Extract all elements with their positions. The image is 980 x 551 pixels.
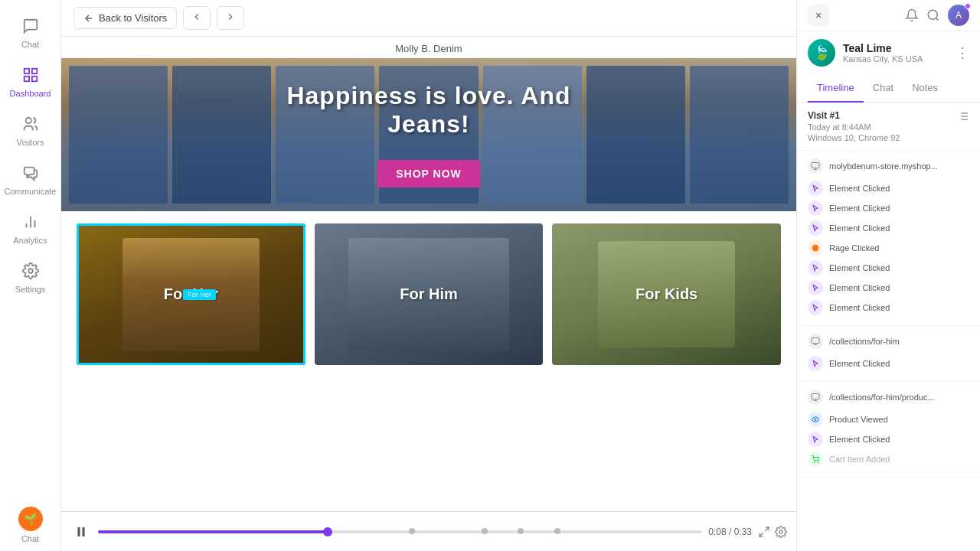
website-preview: Happiness is love. And Jeans! SHOP NOW F… [61, 58, 796, 511]
svg-point-26 [812, 245, 818, 251]
svg-rect-27 [812, 338, 819, 344]
progress-marker-4 [554, 528, 560, 534]
event-2-1: Element Clicked [808, 354, 969, 373]
hover-tag: For Her [183, 289, 216, 300]
settings-icon [20, 260, 41, 282]
svg-rect-2 [31, 77, 36, 81]
time-separator: / [727, 527, 734, 537]
settings-playback-button[interactable] [775, 526, 787, 538]
page-icon-1 [808, 158, 823, 174]
event-1-1: Element Clicked [808, 178, 969, 198]
event-label-1-2: Element Clicked [829, 204, 890, 213]
progress-marker-1 [409, 528, 415, 534]
sidebar-item-analytics[interactable]: Analytics [0, 204, 60, 253]
close-icon: × [815, 9, 822, 21]
filter-button[interactable] [957, 110, 969, 125]
nav-back-button[interactable] [183, 6, 211, 30]
pause-button[interactable] [70, 521, 92, 543]
event-label-1-7: Element Clicked [829, 303, 890, 312]
svg-rect-23 [812, 163, 819, 168]
cursor-icon-2 [808, 201, 823, 216]
progress-marker-2 [482, 528, 488, 534]
visitors-icon [20, 113, 41, 135]
visitor-info: 🍃 Teal Lime Kansas City, KS USA ⋮ [797, 31, 980, 74]
svg-rect-0 [24, 69, 28, 73]
visitor-avatar: 🍃 [808, 39, 835, 67]
sidebar-item-chat[interactable]: Chat [0, 8, 60, 57]
progress-bar[interactable] [98, 530, 702, 533]
jean-7 [690, 66, 789, 204]
categories-row: For Her For Her For Him For Kids [61, 211, 796, 377]
topbar: Back to Visitors [61, 0, 796, 37]
sidebar-label-chat: Chat [21, 40, 39, 49]
sidebar-item-dashboard[interactable]: Dashboard [0, 57, 60, 106]
close-button[interactable]: × [808, 5, 829, 26]
progress-fill [98, 530, 328, 533]
sidebar-label-communicate: Communicate [5, 187, 57, 196]
event-1-7: Element Clicked [808, 298, 969, 318]
user-avatar[interactable]: 🌱 [18, 507, 43, 531]
panel-tabs: Timeline Chat Notes [797, 74, 980, 103]
cursor-icon-8 [808, 432, 823, 447]
category-for-her[interactable]: For Her For Her [77, 223, 305, 365]
tab-timeline-label: Timeline [817, 82, 854, 93]
visitor-avatar-letter: 🍃 [813, 44, 830, 61]
event-label-1-3: Element Clicked [829, 223, 890, 233]
timeline: molybdenum-store.myshop... Element Click… [797, 151, 980, 551]
sidebar-item-settings[interactable]: Settings [0, 253, 60, 302]
website-preview-container: Molly B. Denim Happiness is love. And Je… [61, 37, 796, 511]
search-button[interactable] [926, 8, 940, 22]
svg-point-34 [814, 461, 815, 462]
tab-notes[interactable]: Notes [903, 74, 947, 103]
event-1-4: Rage Clicked [808, 238, 969, 258]
sidebar-label-visitors: Visitors [17, 138, 44, 147]
category-for-kids[interactable]: For Kids [552, 223, 781, 365]
cart-icon [808, 452, 823, 467]
visit-label: Visit #1 [808, 110, 900, 121]
analytics-icon [20, 211, 41, 233]
event-1-3: Element Clicked [808, 218, 969, 238]
sidebar-item-visitors[interactable]: Visitors [0, 106, 60, 155]
svg-point-8 [28, 269, 33, 273]
user-avatar-letter: A [956, 10, 962, 21]
event-label-2-1: Element Clicked [829, 359, 890, 368]
url-text-2: /collections/for-him [829, 337, 900, 346]
shop-now-button[interactable]: SHOP NOW [377, 160, 480, 187]
panel-top-icons: A [905, 5, 969, 26]
notification-button[interactable] [905, 8, 919, 22]
tab-chat[interactable]: Chat [864, 74, 903, 103]
page-icon-2 [808, 334, 823, 349]
event-label-1-1: Element Clicked [829, 184, 890, 193]
tab-chat-label: Chat [873, 82, 893, 93]
event-1-6: Element Clicked [808, 278, 969, 298]
page-icon-3 [808, 390, 823, 405]
site-title: Molly B. Denim [61, 37, 796, 58]
panel-top-bar: × A [797, 0, 980, 31]
svg-line-13 [760, 533, 763, 536]
svg-point-35 [818, 461, 818, 462]
tab-timeline[interactable]: Timeline [808, 74, 864, 103]
timeline-url-2: /collections/for-him [808, 334, 969, 349]
category-for-him[interactable]: For Him [315, 223, 544, 365]
svg-point-33 [815, 419, 817, 421]
svg-line-16 [936, 18, 938, 20]
event-3-2: Element Clicked [808, 429, 969, 449]
chat-icon [20, 15, 41, 37]
fullscreen-button[interactable] [758, 526, 770, 538]
svg-point-15 [928, 10, 937, 19]
url-text-3: /collections/for-him/produc... [829, 393, 935, 402]
cursor-icon-3 [808, 220, 823, 236]
user-profile-avatar[interactable]: A [948, 5, 969, 26]
visitor-location: Kansas City, KS USA [843, 54, 923, 64]
event-1-2: Element Clicked [808, 198, 969, 218]
sidebar-label-analytics: Analytics [13, 236, 47, 245]
back-to-visitors-button[interactable]: Back to Visitors [74, 7, 177, 29]
bottom-chat-label[interactable]: Chat [21, 534, 39, 543]
nav-forward-button[interactable] [217, 6, 244, 30]
sidebar-item-communicate[interactable]: Communicate [0, 155, 60, 204]
more-options-button[interactable]: ⋮ [956, 44, 969, 61]
event-label-1-5: Element Clicked [829, 263, 890, 272]
visitor-name: Teal Lime [843, 42, 923, 54]
cursor-icon-6 [808, 300, 823, 315]
timeline-url-1: molybdenum-store.myshop... [808, 158, 969, 174]
